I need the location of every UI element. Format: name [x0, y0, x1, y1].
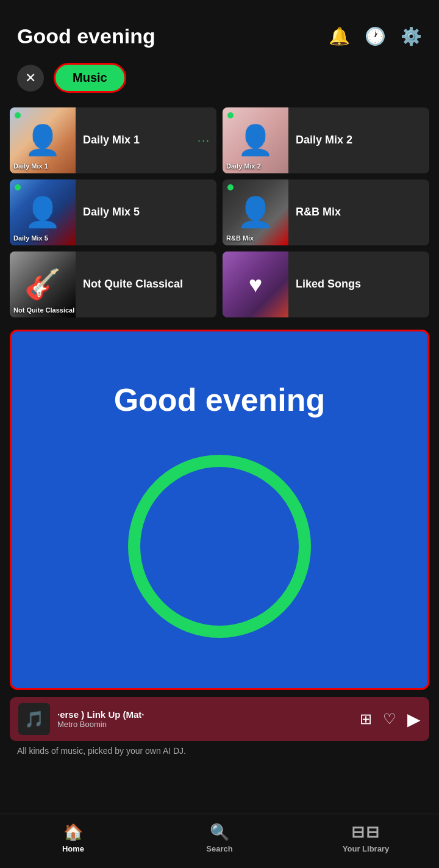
playlist-title: Daily Mix 5 [76, 205, 216, 219]
list-item[interactable]: ♥ Liked Songs [223, 251, 429, 317]
nav-item-library[interactable]: ⊟⊟ Your Library [329, 823, 402, 853]
thumb-label: Daily Mix 2 [226, 162, 261, 170]
nav-label-library: Your Library [343, 844, 389, 853]
now-playing-artist: Metro Boomin [57, 720, 352, 729]
spotify-dot-icon [15, 184, 21, 190]
list-item[interactable]: 👤 Daily Mix 2 Daily Mix 2 [223, 107, 429, 173]
list-item[interactable]: 👤 R&B Mix R&B Mix [223, 179, 429, 245]
heart-button[interactable]: ♡ [383, 711, 396, 728]
nav-label-search: Search [206, 844, 232, 853]
home-icon: 🏠 [63, 823, 83, 842]
dj-circle-graphic [128, 455, 311, 638]
nav-label-home: Home [62, 844, 84, 853]
clock-icon[interactable]: 🕐 [365, 26, 386, 46]
playlist-thumb-daily-mix-2: 👤 Daily Mix 2 [223, 107, 288, 173]
bell-icon[interactable]: 🔔 [329, 26, 350, 46]
thumb-label: Daily Mix 5 [13, 234, 48, 242]
list-item[interactable]: 👤 Daily Mix 5 Daily Mix 5 [10, 179, 216, 245]
page-title: Good evening [17, 24, 155, 48]
now-playing-controls: ⊞ ♡ ▶ [360, 709, 421, 729]
now-playing-info: ·erse ) Link Up (Mat· Metro Boomin [57, 709, 352, 729]
playlist-thumb-daily-mix-5: 👤 Daily Mix 5 [10, 179, 76, 245]
dj-subtitle: All kinds of music, picked by your own A… [0, 741, 439, 761]
header: Good evening 🔔 🕐 ⚙️ [0, 0, 439, 58]
spotify-dot-icon [227, 184, 234, 190]
playlist-title: Daily Mix 1 [76, 133, 216, 147]
playlist-title: R&B Mix [288, 205, 429, 219]
play-button[interactable]: ▶ [407, 709, 421, 729]
gear-icon[interactable]: ⚙️ [401, 26, 422, 46]
banner-title: Good evening [114, 382, 326, 418]
playlist-thumb-not-quite-classical: 🎸 Not Quite Classical [10, 251, 76, 317]
filter-row: ✕ Music [0, 58, 439, 103]
now-playing-thumb: 🎵 [18, 703, 50, 735]
music-note-icon: 🎵 [24, 710, 44, 729]
spotify-dot-icon [227, 112, 234, 118]
library-icon: ⊟⊟ [351, 823, 380, 842]
playlist-thumb-liked-songs: ♥ [223, 251, 288, 317]
heart-icon: ♥ [223, 251, 288, 317]
header-icons: 🔔 🕐 ⚙️ [329, 26, 422, 46]
playlist-grid: 👤 Daily Mix 1 Daily Mix 1 ··· 👤 Daily Mi… [0, 103, 439, 322]
playlist-title: Not Quite Classical [76, 277, 216, 291]
spotify-dot-icon [15, 112, 21, 118]
search-icon: 🔍 [210, 823, 229, 842]
filter-music-button[interactable]: Music [54, 63, 126, 93]
list-item[interactable]: 🎸 Not Quite Classical Not Quite Classica… [10, 251, 216, 317]
playlist-thumb-daily-mix-1: 👤 Daily Mix 1 [10, 107, 76, 173]
filter-close-button[interactable]: ✕ [17, 65, 44, 92]
queue-icon[interactable]: ⊞ [360, 711, 372, 728]
playlist-title: Liked Songs [288, 277, 429, 291]
thumb-label: Daily Mix 1 [13, 162, 48, 170]
thumb-label: Not Quite Classical [13, 306, 74, 314]
bottom-navigation: 🏠 Home 🔍 Search ⊟⊟ Your Library [0, 814, 439, 868]
now-playing-title: ·erse ) Link Up (Mat· [57, 709, 352, 720]
dj-banner[interactable]: Good evening [10, 330, 429, 690]
nav-item-home[interactable]: 🏠 Home [37, 823, 110, 853]
playlist-title: Daily Mix 2 [288, 133, 429, 147]
now-playing-bar[interactable]: 🎵 ·erse ) Link Up (Mat· Metro Boomin ⊞ ♡… [10, 697, 429, 741]
thumb-label: R&B Mix [226, 234, 254, 242]
list-item[interactable]: 👤 Daily Mix 1 Daily Mix 1 ··· [10, 107, 216, 173]
playlist-thumb-rnb-mix: 👤 R&B Mix [223, 179, 288, 245]
nav-item-search[interactable]: 🔍 Search [183, 823, 256, 853]
more-options-icon[interactable]: ··· [198, 134, 210, 147]
